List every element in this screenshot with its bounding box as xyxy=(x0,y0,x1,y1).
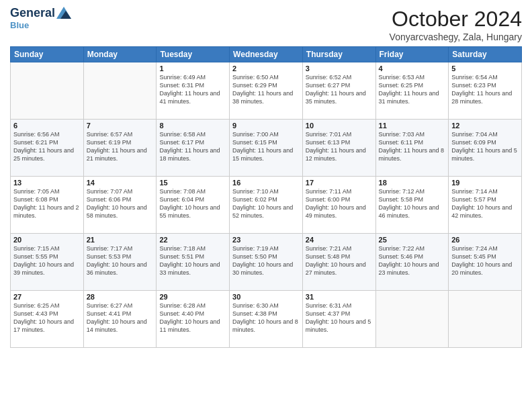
cell-content: Sunrise: 7:07 AMSunset: 6:06 PMDaylight:… xyxy=(87,187,154,220)
cell-content: Sunrise: 7:11 AMSunset: 6:00 PMDaylight:… xyxy=(306,187,373,220)
day-number: 17 xyxy=(306,179,373,187)
cell-content: Sunrise: 7:03 AMSunset: 6:11 PMDaylight:… xyxy=(379,130,446,163)
calendar-cell: 6Sunrise: 6:56 AMSunset: 6:21 PMDaylight… xyxy=(11,120,84,177)
cell-content: Sunrise: 7:08 AMSunset: 6:04 PMDaylight:… xyxy=(159,187,226,220)
calendar-cell: 25Sunrise: 7:22 AMSunset: 5:46 PMDayligh… xyxy=(375,234,449,291)
day-number: 25 xyxy=(379,236,446,244)
day-number: 31 xyxy=(306,293,373,301)
calendar-week-row: 27Sunrise: 6:25 AMSunset: 4:43 PMDayligh… xyxy=(11,291,522,348)
calendar-cell: 13Sunrise: 7:05 AMSunset: 6:08 PMDayligh… xyxy=(11,177,84,234)
cell-content: Sunrise: 7:15 AMSunset: 5:55 PMDaylight:… xyxy=(13,244,81,277)
calendar-cell xyxy=(83,62,157,120)
cell-content: Sunrise: 7:22 AMSunset: 5:46 PMDaylight:… xyxy=(379,244,446,277)
day-number: 3 xyxy=(306,64,373,73)
logo-blue: Blue xyxy=(10,20,29,30)
day-number: 14 xyxy=(87,179,154,187)
day-number: 28 xyxy=(87,293,154,301)
calendar-cell: 4Sunrise: 6:53 AMSunset: 6:25 PMDaylight… xyxy=(375,62,449,120)
day-number: 19 xyxy=(451,179,519,187)
calendar-cell: 11Sunrise: 7:03 AMSunset: 6:11 PMDayligh… xyxy=(375,120,449,177)
cell-content: Sunrise: 7:04 AMSunset: 6:09 PMDaylight:… xyxy=(451,130,519,163)
cell-content: Sunrise: 6:30 AMSunset: 4:38 PMDaylight:… xyxy=(232,302,300,334)
col-wednesday: Wednesday xyxy=(230,47,303,62)
day-number: 4 xyxy=(379,64,446,73)
cell-content: Sunrise: 7:19 AMSunset: 5:50 PMDaylight:… xyxy=(232,244,300,277)
calendar-header-row: Sunday Monday Tuesday Wednesday Thursday… xyxy=(11,47,522,62)
cell-content: Sunrise: 7:17 AMSunset: 5:53 PMDaylight:… xyxy=(87,244,154,277)
calendar-cell: 19Sunrise: 7:14 AMSunset: 5:57 PMDayligh… xyxy=(449,177,522,234)
col-sunday: Sunday xyxy=(11,47,84,62)
day-number: 12 xyxy=(451,122,519,130)
calendar-cell: 21Sunrise: 7:17 AMSunset: 5:53 PMDayligh… xyxy=(83,234,157,291)
day-number: 11 xyxy=(379,122,446,130)
cell-content: Sunrise: 6:50 AMSunset: 6:29 PMDaylight:… xyxy=(232,73,300,106)
day-number: 23 xyxy=(232,236,300,244)
cell-content: Sunrise: 7:18 AMSunset: 5:51 PMDaylight:… xyxy=(159,244,226,277)
calendar-cell: 23Sunrise: 7:19 AMSunset: 5:50 PMDayligh… xyxy=(230,234,303,291)
calendar-cell: 31Sunrise: 6:31 AMSunset: 4:37 PMDayligh… xyxy=(302,291,375,348)
calendar-cell: 29Sunrise: 6:28 AMSunset: 4:40 PMDayligh… xyxy=(157,291,230,348)
day-number: 30 xyxy=(232,293,300,301)
calendar-week-row: 6Sunrise: 6:56 AMSunset: 6:21 PMDaylight… xyxy=(11,120,522,177)
cell-content: Sunrise: 6:27 AMSunset: 4:41 PMDaylight:… xyxy=(87,302,154,334)
day-number: 2 xyxy=(232,64,300,73)
cell-content: Sunrise: 6:49 AMSunset: 6:31 PMDaylight:… xyxy=(159,73,226,106)
calendar-week-row: 13Sunrise: 7:05 AMSunset: 6:08 PMDayligh… xyxy=(11,177,522,234)
day-number: 16 xyxy=(232,179,300,187)
calendar-cell: 12Sunrise: 7:04 AMSunset: 6:09 PMDayligh… xyxy=(449,120,522,177)
cell-content: Sunrise: 6:58 AMSunset: 6:17 PMDaylight:… xyxy=(159,130,226,163)
day-number: 8 xyxy=(159,122,226,130)
calendar-cell xyxy=(11,62,84,120)
day-number: 22 xyxy=(159,236,226,244)
calendar-cell: 24Sunrise: 7:21 AMSunset: 5:48 PMDayligh… xyxy=(302,234,375,291)
day-number: 15 xyxy=(159,179,226,187)
calendar-cell: 20Sunrise: 7:15 AMSunset: 5:55 PMDayligh… xyxy=(11,234,84,291)
cell-content: Sunrise: 7:10 AMSunset: 6:02 PMDaylight:… xyxy=(232,187,300,220)
calendar-cell: 8Sunrise: 6:58 AMSunset: 6:17 PMDaylight… xyxy=(157,120,230,177)
calendar-cell: 9Sunrise: 7:00 AMSunset: 6:15 PMDaylight… xyxy=(230,120,303,177)
logo-general: General xyxy=(10,7,55,20)
calendar-cell: 10Sunrise: 7:01 AMSunset: 6:13 PMDayligh… xyxy=(302,120,375,177)
cell-content: Sunrise: 6:54 AMSunset: 6:23 PMDaylight:… xyxy=(451,73,519,106)
day-number: 7 xyxy=(87,122,154,130)
main-title: October 2024 xyxy=(390,7,522,32)
day-number: 9 xyxy=(232,122,300,130)
title-block: October 2024 Vonyarcvashegy, Zala, Hunga… xyxy=(390,7,522,42)
cell-content: Sunrise: 6:28 AMSunset: 4:40 PMDaylight:… xyxy=(159,302,226,334)
cell-content: Sunrise: 6:52 AMSunset: 6:27 PMDaylight:… xyxy=(306,73,373,106)
calendar-cell: 3Sunrise: 6:52 AMSunset: 6:27 PMDaylight… xyxy=(302,62,375,120)
calendar-cell: 14Sunrise: 7:07 AMSunset: 6:06 PMDayligh… xyxy=(83,177,157,234)
cell-content: Sunrise: 6:53 AMSunset: 6:25 PMDaylight:… xyxy=(379,73,446,106)
cell-content: Sunrise: 7:21 AMSunset: 5:48 PMDaylight:… xyxy=(306,244,373,277)
cell-content: Sunrise: 6:57 AMSunset: 6:19 PMDaylight:… xyxy=(87,130,154,163)
day-number: 24 xyxy=(306,236,373,244)
calendar-cell: 28Sunrise: 6:27 AMSunset: 4:41 PMDayligh… xyxy=(83,291,157,348)
calendar-cell: 5Sunrise: 6:54 AMSunset: 6:23 PMDaylight… xyxy=(449,62,522,120)
cell-content: Sunrise: 7:05 AMSunset: 6:08 PMDaylight:… xyxy=(13,187,81,220)
calendar-cell: 18Sunrise: 7:12 AMSunset: 5:58 PMDayligh… xyxy=(375,177,449,234)
calendar-cell: 30Sunrise: 6:30 AMSunset: 4:38 PMDayligh… xyxy=(230,291,303,348)
day-number: 18 xyxy=(379,179,446,187)
cell-content: Sunrise: 7:24 AMSunset: 5:45 PMDaylight:… xyxy=(451,244,519,277)
logo: General Blue xyxy=(10,7,71,30)
day-number: 26 xyxy=(451,236,519,244)
calendar-cell xyxy=(449,291,522,348)
cell-content: Sunrise: 6:25 AMSunset: 4:43 PMDaylight:… xyxy=(13,302,81,334)
day-number: 20 xyxy=(13,236,81,244)
day-number: 10 xyxy=(306,122,373,130)
subtitle: Vonyarcvashegy, Zala, Hungary xyxy=(390,32,522,42)
day-number: 13 xyxy=(13,179,81,187)
day-number: 6 xyxy=(13,122,81,130)
col-friday: Friday xyxy=(375,47,449,62)
calendar-cell: 2Sunrise: 6:50 AMSunset: 6:29 PMDaylight… xyxy=(230,62,303,120)
calendar-table: Sunday Monday Tuesday Wednesday Thursday… xyxy=(10,46,522,348)
calendar-week-row: 1Sunrise: 6:49 AMSunset: 6:31 PMDaylight… xyxy=(11,62,522,120)
calendar-cell: 26Sunrise: 7:24 AMSunset: 5:45 PMDayligh… xyxy=(449,234,522,291)
col-thursday: Thursday xyxy=(302,47,375,62)
cell-content: Sunrise: 6:56 AMSunset: 6:21 PMDaylight:… xyxy=(13,130,81,163)
cell-content: Sunrise: 7:00 AMSunset: 6:15 PMDaylight:… xyxy=(232,130,300,163)
calendar-cell xyxy=(375,291,449,348)
col-monday: Monday xyxy=(83,47,157,62)
day-number: 21 xyxy=(87,236,154,244)
calendar-cell: 1Sunrise: 6:49 AMSunset: 6:31 PMDaylight… xyxy=(157,62,230,120)
